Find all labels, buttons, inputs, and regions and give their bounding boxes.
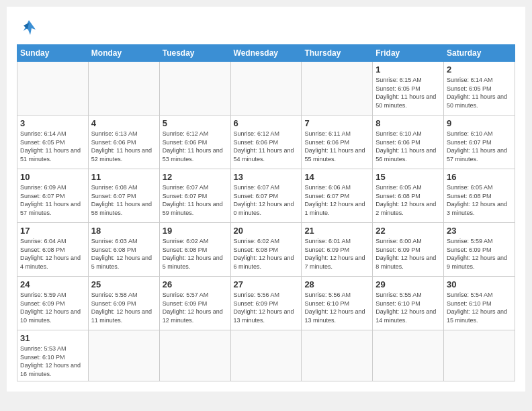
day-number: 23 [447, 226, 512, 236]
calendar-cell: 28Sunrise: 5:56 AM Sunset: 6:10 PM Dayli… [302, 277, 373, 330]
day-number: 14 [304, 172, 369, 182]
calendar-cell: 25Sunrise: 5:58 AM Sunset: 6:09 PM Dayli… [88, 277, 159, 330]
day-number: 24 [20, 279, 85, 289]
day-number: 2 [447, 64, 512, 75]
calendar-cell: 17Sunrise: 6:04 AM Sunset: 6:08 PM Dayli… [17, 223, 89, 277]
calendar-cell [230, 330, 302, 381]
calendar-cell: 13Sunrise: 6:07 AM Sunset: 6:07 PM Dayli… [230, 169, 302, 223]
day-info: Sunrise: 6:14 AM Sunset: 6:05 PM Dayligh… [447, 76, 512, 109]
day-number: 28 [304, 279, 369, 289]
week-row-0: 1Sunrise: 6:15 AM Sunset: 6:05 PM Daylig… [17, 62, 515, 116]
logo [17, 16, 44, 40]
calendar-cell: 23Sunrise: 5:59 AM Sunset: 6:09 PM Dayli… [444, 223, 515, 277]
calendar-cell [444, 330, 515, 381]
day-info: Sunrise: 5:59 AM Sunset: 6:09 PM Dayligh… [20, 291, 85, 324]
calendar-cell [159, 330, 230, 381]
day-info: Sunrise: 6:14 AM Sunset: 6:05 PM Dayligh… [20, 130, 85, 163]
day-number: 19 [163, 226, 228, 236]
day-info: Sunrise: 6:09 AM Sunset: 6:07 PM Dayligh… [20, 183, 85, 217]
day-number: 18 [91, 226, 157, 236]
day-info: Sunrise: 6:08 AM Sunset: 6:07 PM Dayligh… [91, 183, 157, 217]
calendar-cell: 18Sunrise: 6:03 AM Sunset: 6:08 PM Dayli… [88, 223, 159, 277]
day-info: Sunrise: 6:12 AM Sunset: 6:06 PM Dayligh… [163, 130, 228, 163]
calendar-cell [302, 330, 373, 381]
week-row-1: 3Sunrise: 6:14 AM Sunset: 6:05 PM Daylig… [17, 116, 515, 169]
day-number: 26 [163, 279, 228, 289]
day-info: Sunrise: 5:53 AM Sunset: 6:10 PM Dayligh… [20, 345, 85, 378]
day-info: Sunrise: 5:54 AM Sunset: 6:10 PM Dayligh… [447, 291, 512, 324]
calendar-cell: 31Sunrise: 5:53 AM Sunset: 6:10 PM Dayli… [17, 330, 89, 381]
calendar-cell: 9Sunrise: 6:10 AM Sunset: 6:07 PM Daylig… [444, 116, 515, 169]
calendar-cell: 10Sunrise: 6:09 AM Sunset: 6:07 PM Dayli… [17, 169, 89, 223]
day-info: Sunrise: 6:06 AM Sunset: 6:07 PM Dayligh… [304, 183, 369, 217]
day-number: 27 [234, 279, 299, 289]
day-info: Sunrise: 6:07 AM Sunset: 6:07 PM Dayligh… [163, 183, 228, 217]
calendar-cell: 21Sunrise: 6:01 AM Sunset: 6:09 PM Dayli… [302, 223, 373, 277]
calendar-table: SundayMondayTuesdayWednesdayThursdayFrid… [17, 44, 515, 381]
day-info: Sunrise: 6:12 AM Sunset: 6:06 PM Dayligh… [234, 130, 299, 163]
calendar-cell: 30Sunrise: 5:54 AM Sunset: 6:10 PM Dayli… [444, 277, 515, 330]
calendar-cell: 6Sunrise: 6:12 AM Sunset: 6:06 PM Daylig… [230, 116, 302, 169]
week-row-4: 24Sunrise: 5:59 AM Sunset: 6:09 PM Dayli… [17, 277, 515, 330]
day-number: 10 [20, 172, 85, 182]
day-number: 25 [91, 279, 157, 289]
calendar-cell: 16Sunrise: 6:05 AM Sunset: 6:08 PM Dayli… [444, 169, 515, 223]
day-header-tuesday: Tuesday [159, 45, 230, 62]
day-number: 7 [304, 118, 369, 128]
day-number: 22 [375, 226, 441, 236]
calendar-cell: 3Sunrise: 6:14 AM Sunset: 6:05 PM Daylig… [17, 116, 89, 169]
calendar-cell [88, 330, 159, 381]
calendar-cell: 27Sunrise: 5:56 AM Sunset: 6:09 PM Dayli… [230, 277, 302, 330]
day-info: Sunrise: 5:59 AM Sunset: 6:09 PM Dayligh… [447, 237, 512, 271]
calendar-cell: 7Sunrise: 6:11 AM Sunset: 6:06 PM Daylig… [302, 116, 373, 169]
calendar-cell: 5Sunrise: 6:12 AM Sunset: 6:06 PM Daylig… [159, 116, 230, 169]
calendar-cell: 12Sunrise: 6:07 AM Sunset: 6:07 PM Dayli… [159, 169, 230, 223]
calendar-cell [373, 330, 444, 381]
calendar-cell: 8Sunrise: 6:10 AM Sunset: 6:06 PM Daylig… [373, 116, 444, 169]
day-number: 1 [375, 64, 441, 75]
day-header-friday: Friday [373, 45, 444, 62]
day-info: Sunrise: 6:11 AM Sunset: 6:06 PM Dayligh… [304, 130, 369, 163]
calendar-cell: 4Sunrise: 6:13 AM Sunset: 6:06 PM Daylig… [88, 116, 159, 169]
week-row-3: 17Sunrise: 6:04 AM Sunset: 6:08 PM Dayli… [17, 223, 515, 277]
day-info: Sunrise: 6:02 AM Sunset: 6:08 PM Dayligh… [234, 237, 299, 271]
calendar-cell: 2Sunrise: 6:14 AM Sunset: 6:05 PM Daylig… [444, 62, 515, 116]
logo-bird-icon [17, 16, 41, 40]
calendar-cell: 26Sunrise: 5:57 AM Sunset: 6:09 PM Dayli… [159, 277, 230, 330]
days-header-row: SundayMondayTuesdayWednesdayThursdayFrid… [17, 45, 515, 62]
day-info: Sunrise: 5:56 AM Sunset: 6:09 PM Dayligh… [234, 291, 299, 324]
calendar-cell [88, 62, 159, 116]
calendar-cell [230, 62, 302, 116]
day-number: 4 [91, 118, 157, 128]
day-info: Sunrise: 6:05 AM Sunset: 6:08 PM Dayligh… [447, 183, 512, 217]
week-row-5: 31Sunrise: 5:53 AM Sunset: 6:10 PM Dayli… [17, 330, 515, 381]
day-info: Sunrise: 6:02 AM Sunset: 6:08 PM Dayligh… [163, 237, 228, 271]
day-number: 8 [375, 118, 441, 128]
calendar-header [17, 13, 515, 40]
day-info: Sunrise: 6:10 AM Sunset: 6:06 PM Dayligh… [375, 130, 441, 163]
calendar-cell: 29Sunrise: 5:55 AM Sunset: 6:10 PM Dayli… [373, 277, 444, 330]
day-info: Sunrise: 5:56 AM Sunset: 6:10 PM Dayligh… [304, 291, 369, 324]
day-header-thursday: Thursday [302, 45, 373, 62]
day-info: Sunrise: 6:15 AM Sunset: 6:05 PM Dayligh… [375, 76, 441, 109]
day-number: 29 [375, 279, 441, 289]
day-info: Sunrise: 6:00 AM Sunset: 6:09 PM Dayligh… [375, 237, 441, 271]
day-number: 31 [20, 333, 85, 343]
calendar-cell: 22Sunrise: 6:00 AM Sunset: 6:09 PM Dayli… [373, 223, 444, 277]
day-number: 11 [91, 172, 157, 182]
calendar-cell [17, 62, 89, 116]
day-number: 30 [447, 279, 512, 289]
day-header-wednesday: Wednesday [230, 45, 302, 62]
calendar-cell: 24Sunrise: 5:59 AM Sunset: 6:09 PM Dayli… [17, 277, 89, 330]
day-info: Sunrise: 6:07 AM Sunset: 6:07 PM Dayligh… [234, 183, 299, 217]
day-info: Sunrise: 6:01 AM Sunset: 6:09 PM Dayligh… [304, 237, 369, 271]
day-number: 21 [304, 226, 369, 236]
day-info: Sunrise: 6:10 AM Sunset: 6:07 PM Dayligh… [447, 130, 512, 163]
calendar-cell: 11Sunrise: 6:08 AM Sunset: 6:07 PM Dayli… [88, 169, 159, 223]
day-number: 17 [20, 226, 85, 236]
day-number: 15 [375, 172, 441, 182]
day-info: Sunrise: 5:55 AM Sunset: 6:10 PM Dayligh… [375, 291, 441, 324]
calendar-cell: 1Sunrise: 6:15 AM Sunset: 6:05 PM Daylig… [373, 62, 444, 116]
calendar-cell [159, 62, 230, 116]
day-number: 16 [447, 172, 512, 182]
